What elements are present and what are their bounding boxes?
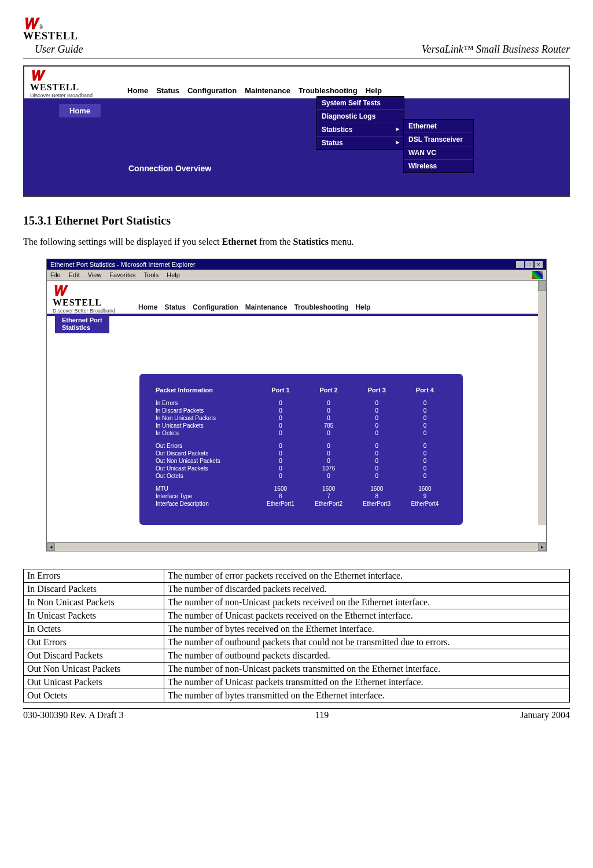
page-header: 𝙒 ® WESTELL User Guide VersaLink™ Small …: [23, 17, 570, 58]
brand-logo-block: 𝙒 ® WESTELL User Guide: [23, 17, 83, 56]
def-row: In Discard PacketsThe number of discarde…: [24, 583, 570, 596]
dropdown-diagnostic-logs[interactable]: Diagnostic Logs: [317, 110, 404, 123]
def-desc: The number of Unicast packets transmitte…: [164, 676, 570, 689]
footer-page-number: 119: [315, 710, 329, 720]
menu-home[interactable]: Home: [138, 303, 157, 311]
screenshot-ethernet-statistics: Ethernet Port Statistics - Microsoft Int…: [46, 259, 547, 551]
packet-information-panel: Packet Information Port 1 Port 2 Port 3 …: [139, 374, 463, 525]
minimize-button[interactable]: _: [516, 261, 524, 268]
menu-help[interactable]: Help: [366, 86, 382, 95]
ie-menu-favorites[interactable]: Favorites: [109, 271, 135, 278]
menu-configuration[interactable]: Configuration: [187, 86, 237, 95]
close-button[interactable]: ×: [535, 261, 543, 268]
brand-name: WESTELL: [30, 82, 93, 93]
table-row: In Unicast Packets078500: [153, 422, 449, 429]
brand-tagline: Discover Better Broadband: [53, 308, 115, 314]
def-term: Out Octets: [24, 689, 164, 703]
bold-ethernet: Ethernet: [222, 237, 257, 247]
tag-line-1: Ethernet Port: [62, 317, 102, 323]
def-term: In Octets: [24, 623, 164, 636]
windows-flag-icon: [532, 271, 543, 279]
table-row: Out Unicast Packets0107600: [153, 465, 449, 472]
ie-title-text: Ethernet Port Statistics - Microsoft Int…: [50, 261, 196, 268]
product-title: VersaLink™ Small Business Router: [422, 43, 570, 56]
table-row: In Octets0000: [153, 429, 449, 437]
router-menubar: Home Status Configuration Maintenance Tr…: [138, 303, 370, 314]
table-row: Interface DescriptionEtherPort1EtherPort…: [153, 500, 449, 507]
menu-maintenance[interactable]: Maintenance: [245, 86, 290, 95]
brand-name: WESTELL: [23, 30, 78, 42]
ie-menu-view[interactable]: View: [88, 271, 102, 278]
ie-menu-tools[interactable]: Tools: [144, 271, 159, 278]
submenu-dsl-transceiver[interactable]: DSL Transceiver: [404, 133, 473, 146]
dropdown-system-self-tests[interactable]: System Self Tests: [317, 97, 404, 110]
def-row: In Unicast PacketsThe number of Unicast …: [24, 609, 570, 623]
router-logo: 𝙒 WESTELL Discover Better Broadband: [30, 70, 93, 98]
section-body-text: The following settings will be displayed…: [23, 237, 570, 247]
ie-menu-help[interactable]: Help: [167, 271, 180, 278]
menu-troubleshooting[interactable]: Troubleshooting: [294, 303, 348, 311]
text-fragment: menu.: [329, 237, 354, 247]
def-term: Out Discard Packets: [24, 649, 164, 663]
submenu-wireless[interactable]: Wireless: [404, 160, 473, 172]
menu-configuration[interactable]: Configuration: [193, 303, 238, 311]
table-row: Interface Type6789: [153, 492, 449, 500]
scrollbar-thumb[interactable]: [538, 281, 546, 291]
menu-home[interactable]: Home: [127, 86, 148, 95]
dropdown-statistics[interactable]: Statistics: [317, 123, 404, 137]
def-term: Out Errors: [24, 636, 164, 649]
registered-icon: ®: [39, 24, 43, 30]
def-row: In OctetsThe number of bytes received on…: [24, 623, 570, 636]
screenshot-troubleshooting-menu: 𝙒 WESTELL Discover Better Broadband Home…: [23, 65, 570, 197]
ie-menubar: File Edit View Favorites Tools Help: [47, 270, 546, 281]
def-desc: The number of error packets received on …: [164, 569, 570, 583]
maximize-button[interactable]: □: [525, 261, 533, 268]
table-row: In Discard Packets0000: [153, 407, 449, 414]
window-buttons: _ □ ×: [516, 261, 543, 268]
def-term: In Discard Packets: [24, 583, 164, 596]
table-row: Out Discard Packets0000: [153, 450, 449, 457]
def-row: In ErrorsThe number of error packets rec…: [24, 569, 570, 583]
page-tag-ethernet-stats: Ethernet Port Statistics: [55, 315, 109, 333]
def-term: In Unicast Packets: [24, 609, 164, 623]
router-logo: 𝙒 WESTELL Discover Better Broadband: [53, 285, 115, 314]
def-term: In Non Unicast Packets: [24, 596, 164, 609]
menu-help[interactable]: Help: [355, 303, 370, 311]
table-row: MTU1600160016001600: [153, 480, 449, 492]
col-port-2: Port 2: [305, 384, 353, 399]
table-header-row: Packet Information Port 1 Port 2 Port 3 …: [153, 384, 449, 399]
text-fragment: The following settings will be displayed…: [23, 237, 222, 247]
menu-troubleshooting[interactable]: Troubleshooting: [299, 86, 358, 95]
section-heading: 15.3.1 Ethernet Port Statistics: [23, 214, 570, 227]
def-desc: The number of outbound packets discarded…: [164, 649, 570, 663]
col-port-4: Port 4: [401, 384, 449, 399]
def-desc: The number of bytes transmitted on the E…: [164, 689, 570, 703]
scroll-right-button[interactable]: ▸: [538, 543, 546, 551]
ie-horizontal-scrollbar[interactable]: ◂ ▸: [47, 542, 546, 551]
ie-menu-edit[interactable]: Edit: [69, 271, 80, 278]
table-row: Out Non Unicast Packets0000: [153, 457, 449, 465]
footer-right: January 2004: [520, 710, 570, 720]
def-desc: The number of outbound packets that coul…: [164, 636, 570, 649]
table-row: In Errors0000: [153, 399, 449, 407]
ie-titlebar: Ethernet Port Statistics - Microsoft Int…: [47, 259, 546, 270]
table-row: In Non Unicast Packets0000: [153, 414, 449, 422]
scroll-left-button[interactable]: ◂: [47, 543, 55, 551]
dropdown-status[interactable]: Status: [317, 137, 404, 149]
def-term: In Errors: [24, 569, 164, 583]
tag-line-2: Statistics: [62, 324, 90, 331]
def-row: Out Unicast PacketsThe number of Unicast…: [24, 676, 570, 689]
sidebar-home-tab[interactable]: Home: [59, 104, 101, 117]
submenu-wan-vc[interactable]: WAN VC: [404, 146, 473, 160]
table-row: Out Errors0000: [153, 437, 449, 450]
submenu-ethernet[interactable]: Ethernet: [404, 120, 473, 133]
menu-status[interactable]: Status: [156, 86, 179, 95]
def-term: Out Non Unicast Packets: [24, 663, 164, 676]
def-row: Out ErrorsThe number of outbound packets…: [24, 636, 570, 649]
ie-menu-file[interactable]: File: [50, 271, 61, 278]
troubleshooting-dropdown: System Self Tests Diagnostic Logs Statis…: [316, 96, 404, 150]
menu-status[interactable]: Status: [164, 303, 186, 311]
menu-maintenance[interactable]: Maintenance: [245, 303, 288, 311]
packet-information-table: Packet Information Port 1 Port 2 Port 3 …: [153, 384, 449, 507]
definitions-table: In ErrorsThe number of error packets rec…: [23, 569, 570, 703]
